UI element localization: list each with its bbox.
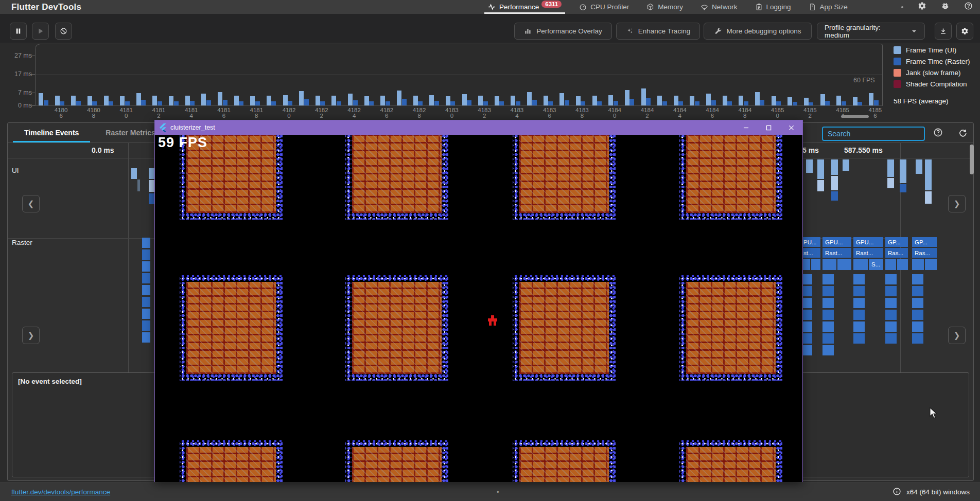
legend-item: Shader Compilation xyxy=(894,78,970,90)
raster-track-next-button[interactable]: ❯ xyxy=(948,327,966,344)
performance-overlay-button[interactable]: Performance Overlay xyxy=(514,23,612,40)
tab-network[interactable]: Network xyxy=(694,0,744,14)
info-icon[interactable] xyxy=(892,487,901,497)
brick-tile xyxy=(679,440,782,482)
clear-button[interactable] xyxy=(55,23,72,40)
track-label-ui: UI xyxy=(12,167,19,174)
close-button[interactable] xyxy=(780,120,802,135)
game-window-titlebar[interactable]: cluisterizer_test xyxy=(155,120,802,135)
status-separator-dot: • xyxy=(497,488,499,496)
track-label-raster: Raster xyxy=(12,239,32,246)
logging-icon xyxy=(755,3,763,11)
devtools-docs-link[interactable]: flutter.dev/devtools/performance xyxy=(11,488,110,496)
more-debugging-options-button[interactable]: More debugging options xyxy=(704,23,812,40)
timeline-tab-bar: Timeline Events Raster Metrics xyxy=(11,123,169,142)
game-fps-counter: 59 FPS xyxy=(158,135,207,151)
maximize-button[interactable] xyxy=(757,120,780,135)
tab-cpu-profiler[interactable]: CPU Profiler xyxy=(572,0,636,14)
performance-settings-button[interactable] xyxy=(956,23,973,40)
pulse-icon xyxy=(488,3,496,11)
game-viewport[interactable]: 59 FPS xyxy=(155,135,802,482)
tab-performance[interactable]: Performance6311 xyxy=(481,0,568,14)
chart-scrollbar[interactable] xyxy=(841,115,869,118)
legend-item: Jank (slow frame) xyxy=(894,67,970,78)
sparkle-icon xyxy=(626,27,634,35)
brick-tile xyxy=(513,275,616,381)
legend-item: Frame Time (UI) xyxy=(894,44,970,56)
bar-chart-icon xyxy=(524,27,532,35)
file-zip-icon xyxy=(809,3,816,11)
settings-icon[interactable] xyxy=(918,2,926,12)
flutter-logo-icon xyxy=(160,123,166,132)
chart-legend: Frame Time (UI) Frame Time (Raster) Jank… xyxy=(894,44,970,90)
tab-logging[interactable]: Logging xyxy=(748,0,798,14)
app-bar: Flutter DevTools Performance6311CPU Prof… xyxy=(0,0,980,14)
brick-tile xyxy=(180,440,283,482)
game-window[interactable]: cluisterizer_test 59 FPS xyxy=(154,120,803,482)
ruler-start-label: 0.0 ms xyxy=(92,146,114,154)
search-input[interactable] xyxy=(822,127,925,141)
brick-tile xyxy=(345,440,448,482)
average-fps-label: 58 FPS (average) xyxy=(894,97,949,105)
package-icon xyxy=(646,3,654,11)
brick-tile xyxy=(513,440,616,482)
download-icon xyxy=(939,27,947,35)
app-title: Flutter DevTools xyxy=(11,2,81,12)
gauge-icon xyxy=(579,3,587,11)
tab-timeline-events[interactable]: Timeline Events xyxy=(11,123,92,142)
timeline-help-icon[interactable] xyxy=(933,128,943,139)
minimize-button[interactable] xyxy=(734,120,757,135)
tab-memory[interactable]: Memory xyxy=(640,0,690,14)
tab-app-size[interactable]: App Size xyxy=(802,0,854,14)
brick-tile xyxy=(345,275,448,381)
enhance-tracing-button[interactable]: Enhance Tracing xyxy=(616,23,700,40)
app-tabs: Performance6311CPU ProfilerMemoryNetwork… xyxy=(481,0,854,14)
gear-icon xyxy=(961,27,969,35)
platform-label: x64 (64 bit) windows xyxy=(906,488,970,496)
ui-track-next-button[interactable]: ❯ xyxy=(948,195,966,212)
raster-track-prev-button[interactable]: ❯​ xyxy=(22,327,40,344)
help-icon[interactable] xyxy=(964,2,973,12)
mouse-cursor xyxy=(930,407,937,421)
status-indicator-dot xyxy=(901,6,903,8)
app-bar-actions xyxy=(901,0,973,14)
toolbar: Performance Overlay Enhance Tracing More… xyxy=(0,14,980,43)
screen: Flutter DevTools Performance6311CPU Prof… xyxy=(0,0,980,501)
network-icon xyxy=(701,3,708,11)
brick-tile xyxy=(345,135,448,220)
chart-x-axis: 4180641808418104181241814418164181841820… xyxy=(36,106,882,120)
frame-bars-plot[interactable] xyxy=(36,44,882,105)
ruler-end-label: 587.550 ms xyxy=(844,146,883,154)
legend-item: Frame Time (Raster) xyxy=(894,56,970,67)
panel-scrollbar[interactable] xyxy=(970,145,974,174)
ruler-partial-label: 5 ms xyxy=(802,146,819,154)
status-bar: flutter.dev/devtools/performance • x64 (… xyxy=(0,482,980,501)
game-window-title: cluisterizer_test xyxy=(170,124,215,131)
resume-button[interactable] xyxy=(32,23,49,40)
brick-tile xyxy=(513,135,616,220)
chevron-down-icon xyxy=(911,28,917,34)
game-character-sprite xyxy=(487,315,498,327)
brick-tile xyxy=(180,275,283,381)
tab-badge: 6311 xyxy=(541,1,562,8)
ui-track-prev-button[interactable]: ❮ xyxy=(22,195,40,212)
wrench-icon xyxy=(714,27,722,35)
refresh-icon[interactable] xyxy=(958,128,968,139)
bug-report-icon[interactable] xyxy=(941,2,950,12)
profile-granularity-dropdown[interactable]: Profile granularity: medium xyxy=(817,23,925,40)
pause-button[interactable] xyxy=(10,23,27,40)
brick-tile xyxy=(679,275,782,381)
export-button[interactable] xyxy=(935,23,952,40)
brick-tile xyxy=(679,135,782,220)
